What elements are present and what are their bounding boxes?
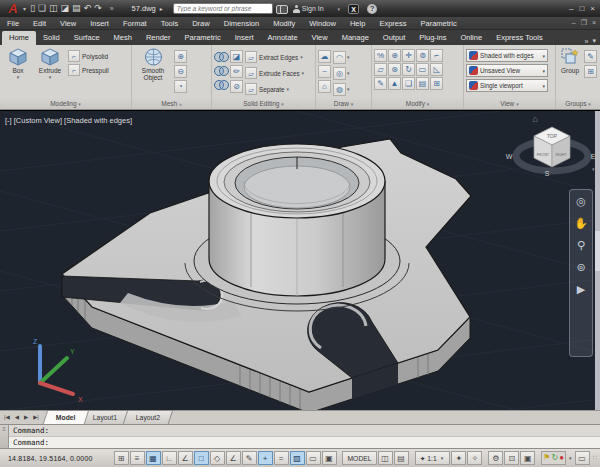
- undo-icon[interactable]: ↶: [84, 1, 92, 16]
- last-layout-button[interactable]: ▶|: [31, 411, 41, 424]
- erase-icon[interactable]: ✎: [374, 77, 387, 90]
- menu-item[interactable]: Dimension: [217, 17, 266, 30]
- quick-view-layouts-icon[interactable]: ◫: [378, 451, 393, 465]
- doc-restore-button[interactable]: ❐: [581, 19, 587, 27]
- xref-status-icon[interactable]: ↻: [551, 454, 558, 462]
- steering-wheel-icon[interactable]: ◎: [576, 196, 586, 207]
- clean-screen-button[interactable]: ▭: [575, 451, 590, 465]
- model-space-button[interactable]: MODEL: [342, 451, 376, 465]
- offset-icon[interactable]: ⊛: [388, 63, 401, 76]
- explode-icon[interactable]: ▲: [388, 77, 401, 90]
- caret-down-icon[interactable]: ▾: [287, 86, 290, 92]
- slice-icon[interactable]: ◪: [230, 50, 243, 63]
- ribbon-minimize-icon[interactable]: ▾: [592, 37, 596, 45]
- showmotion-icon[interactable]: ▶: [577, 284, 585, 295]
- plot-status-icon[interactable]: ⚑: [543, 454, 550, 462]
- rect-array-icon[interactable]: ⊞: [430, 77, 443, 90]
- quick-properties-toggle[interactable]: ▭: [306, 451, 321, 465]
- osnap-toggle[interactable]: □: [194, 451, 209, 465]
- caret-down-icon[interactable]: ▾: [542, 53, 545, 59]
- drawing-viewport[interactable]: [-] [Custom View] [Shaded with edges] ⌂: [0, 110, 600, 410]
- doc-minimize-button[interactable]: –: [572, 19, 576, 27]
- orbit-icon[interactable]: ⊚: [576, 262, 585, 273]
- polar-toggle[interactable]: ∠: [178, 451, 193, 465]
- circle-icon[interactable]: ◎ ▾: [333, 66, 350, 80]
- doc-close-button[interactable]: ×: [592, 19, 596, 27]
- caret-down-icon[interactable]: ▾: [300, 54, 303, 60]
- layout-tab[interactable]: Model: [43, 410, 89, 424]
- caret-down-icon[interactable]: ▾: [347, 86, 350, 92]
- copy-icon[interactable]: ⊚: [416, 49, 429, 62]
- application-menu-caret-icon[interactable]: ▾: [23, 5, 26, 12]
- revision-cloud-icon[interactable]: ☁: [318, 50, 331, 63]
- mirror-icon[interactable]: ❏: [402, 77, 415, 90]
- qat-more-icon[interactable]: »: [110, 5, 114, 12]
- viewport-config-dropdown[interactable]: Single viewport ▾: [466, 79, 548, 92]
- status-toolbar-icon[interactable]: ▣: [520, 451, 535, 465]
- ribbon-tab[interactable]: Parametric: [178, 31, 228, 45]
- mesh-refine-icon[interactable]: ◔: [174, 80, 187, 93]
- toolbar-unlock-icon[interactable]: ⊡: [504, 451, 519, 465]
- exchange-apps-icon[interactable]: X: [348, 4, 359, 14]
- presspull-button[interactable]: ⌐ Presspull: [68, 64, 109, 76]
- plot-icon[interactable]: ▤: [72, 1, 81, 16]
- trim-icon[interactable]: %: [374, 49, 387, 62]
- interfere-icon[interactable]: ✏: [230, 65, 243, 78]
- menu-item[interactable]: File: [0, 17, 26, 30]
- draw-panel-label[interactable]: Draw ▾: [316, 98, 371, 109]
- ribbon-tab[interactable]: Render: [139, 31, 178, 45]
- caret-down-icon[interactable]: ▾: [49, 74, 52, 80]
- visual-style-dropdown[interactable]: Shaded with edges ▾: [466, 49, 548, 62]
- lineweight-toggle[interactable]: =: [274, 451, 289, 465]
- viewcube-home-icon[interactable]: ⌂: [533, 114, 538, 124]
- ribbon-tab[interactable]: Manage: [335, 31, 376, 45]
- ribbon-tab[interactable]: View: [305, 31, 335, 45]
- save-icon[interactable]: ◫: [49, 1, 58, 16]
- clean-icon[interactable]: ⊘: [230, 80, 243, 93]
- first-layout-button[interactable]: |◀: [2, 411, 12, 424]
- smooth-less-icon[interactable]: ⊖: [174, 65, 187, 78]
- scale-icon[interactable]: ▭: [416, 63, 429, 76]
- extract-edges-button[interactable]: ▱ Extract Edges ▾: [245, 50, 304, 64]
- polygon-icon[interactable]: ⌂: [318, 80, 331, 93]
- help-icon[interactable]: ?: [367, 4, 377, 14]
- ribbon-tab[interactable]: Plug-ins: [412, 31, 453, 45]
- dynamic-input-toggle[interactable]: +: [258, 451, 273, 465]
- sign-in-caret-icon[interactable]: ▾: [338, 6, 341, 12]
- selection-cycling-toggle[interactable]: ▣: [322, 451, 337, 465]
- application-menu-logo[interactable]: A: [3, 1, 23, 16]
- zoom-icon[interactable]: ⚲: [577, 240, 585, 251]
- ortho-toggle[interactable]: ∟: [162, 451, 177, 465]
- menu-item[interactable]: Tools: [154, 17, 186, 30]
- fillet-icon[interactable]: ⌐: [430, 49, 443, 62]
- command-line[interactable]: ≡ Command:Command:: [0, 424, 600, 448]
- ungroup-icon[interactable]: ✎: [584, 50, 597, 63]
- grid-toggle[interactable]: ▦: [146, 451, 161, 465]
- layout-tab[interactable]: Layout2: [122, 410, 173, 424]
- maximize-button[interactable]: □: [579, 1, 584, 16]
- rotate-icon[interactable]: ↻: [402, 63, 415, 76]
- caret-down-icon[interactable]: ▾: [542, 68, 545, 74]
- command-line-grip[interactable]: ≡: [0, 425, 9, 448]
- caret-down-icon[interactable]: ▾: [347, 70, 350, 76]
- annotation-visibility-icon[interactable]: ✦: [451, 451, 466, 465]
- viewcube[interactable]: W S E TOP FRONT RIGHT ▾: [506, 127, 596, 177]
- search-icon[interactable]: [276, 5, 288, 13]
- solid-editing-panel-label[interactable]: Solid Editing ▾: [212, 98, 315, 109]
- box-button[interactable]: Box ▾: [2, 47, 34, 97]
- infocenter-search-input[interactable]: [173, 3, 273, 14]
- minimize-button[interactable]: –: [569, 1, 573, 16]
- ribbon-tab[interactable]: Online: [453, 31, 489, 45]
- menu-item[interactable]: Insert: [83, 17, 116, 30]
- menu-item[interactable]: Parametric: [413, 17, 463, 30]
- open-icon[interactable]: ❏: [38, 1, 46, 16]
- ribbon-tab[interactable]: Annotate: [261, 31, 305, 45]
- quick-view-drawings-icon[interactable]: ▤: [394, 451, 409, 465]
- workspace-switch-icon[interactable]: ⚙: [488, 451, 503, 465]
- modeling-panel-label[interactable]: Modeling ▾: [0, 98, 131, 109]
- caret-down-icon[interactable]: ▾: [542, 83, 545, 89]
- command-prompt-line[interactable]: Command:: [9, 437, 600, 448]
- align-icon[interactable]: ▤: [416, 77, 429, 90]
- sign-in-button[interactable]: Sign In: [302, 5, 324, 12]
- ribbon-tab[interactable]: Mesh: [107, 31, 139, 45]
